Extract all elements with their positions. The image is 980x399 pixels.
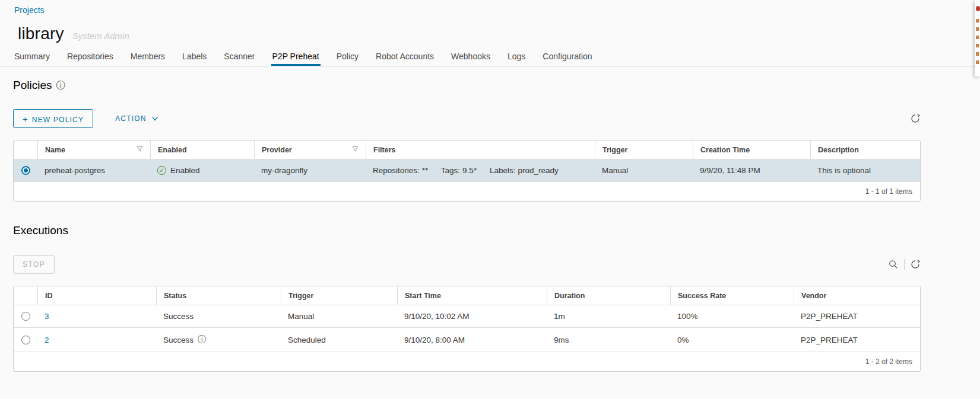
execution-trigger: Scheduled xyxy=(281,329,397,351)
execution-trigger: Manual xyxy=(281,305,397,327)
tab-summary[interactable]: Summary xyxy=(13,49,51,66)
execution-id-link[interactable]: 2 xyxy=(45,336,49,344)
tab-logs[interactable]: Logs xyxy=(506,49,527,66)
policy-enabled-label: Enabled xyxy=(170,166,200,175)
policies-section-title: Policies ⓘ xyxy=(13,79,921,92)
filters-labels-label: Labels: xyxy=(490,166,516,175)
execution-vendor: P2P_PREHEAT xyxy=(794,305,920,327)
execution-id-link[interactable]: 3 xyxy=(45,312,49,321)
execution-start-time: 9/10/20, 10:02 AM xyxy=(397,305,547,327)
plus-icon: + xyxy=(23,114,28,124)
tab-policy[interactable]: Policy xyxy=(335,49,360,66)
tab-configuration[interactable]: Configuration xyxy=(541,49,593,66)
policies-title-text: Policies xyxy=(13,79,52,92)
execution-duration: 9ms xyxy=(547,329,670,351)
policies-col-enabled: Enabled xyxy=(150,141,254,159)
executions-title-text: Executions xyxy=(13,224,68,237)
execution-duration: 1m xyxy=(547,305,670,327)
execution-success-rate: 0% xyxy=(670,329,794,351)
policy-trigger: Manual xyxy=(595,159,693,181)
edge-red-dot xyxy=(976,6,980,11)
breadcrumb: Projects xyxy=(13,0,921,15)
execution-start-time: 9/10/20, 8:00 AM xyxy=(397,329,547,351)
chevron-down-icon xyxy=(151,115,159,122)
execution-success-rate: 100% xyxy=(670,305,794,327)
execution-table-row[interactable]: 2 Success ⓘ Scheduled 9/10/20, 8:00 AM 9… xyxy=(14,327,920,352)
policies-table-header: Name Enabled Provider Filters Trigger Cr… xyxy=(14,141,920,159)
execution-vendor: P2P_PREHEAT xyxy=(794,329,920,351)
filters-repositories-value: ** xyxy=(422,166,429,175)
info-icon[interactable]: ⓘ xyxy=(56,79,65,92)
tab-webhooks[interactable]: Webhooks xyxy=(450,49,491,66)
enabled-check-icon: ✓ xyxy=(157,166,166,175)
execution-row-radio[interactable] xyxy=(21,336,30,344)
policies-pagination: 1 - 1 of 1 items xyxy=(14,181,920,201)
project-header: library System Admin xyxy=(18,24,921,43)
policies-col-trigger: Trigger xyxy=(595,141,693,159)
tab-p2p-preheat[interactable]: P2P Preheat xyxy=(271,49,321,66)
exec-col-status: Status xyxy=(156,286,281,305)
filter-icon[interactable] xyxy=(137,146,143,154)
filters-repositories-label: Repositories: xyxy=(373,166,420,175)
policy-creation-time: 9/9/20, 11:48 PM xyxy=(693,159,810,181)
policies-col-filters: Filters xyxy=(366,141,595,159)
executions-toolbar: STOP xyxy=(13,255,921,274)
stop-button[interactable]: STOP xyxy=(13,255,55,274)
page-content: Projects library System Admin Summary Re… xyxy=(13,0,921,372)
exec-col-start-time: Start Time xyxy=(397,286,547,305)
exec-col-vendor: Vendor xyxy=(794,286,920,305)
executions-pagination: 1 - 2 of 2 items xyxy=(14,352,920,371)
page-title: library xyxy=(18,24,64,43)
project-tabbar: Summary Repositories Members Labels Scan… xyxy=(0,49,980,66)
execution-status: Success xyxy=(156,305,281,327)
exec-col-trigger: Trigger xyxy=(281,286,397,305)
filter-icon[interactable] xyxy=(352,146,359,154)
executions-table: ID Status Trigger Start Time Duration Su… xyxy=(13,286,921,372)
filters-tags-value: 9.5* xyxy=(462,166,477,175)
refresh-icon[interactable] xyxy=(910,259,921,270)
tab-scanner[interactable]: Scanner xyxy=(223,49,256,66)
right-edge-overlay xyxy=(975,0,980,76)
breadcrumb-projects-link[interactable]: Projects xyxy=(14,5,45,15)
info-icon[interactable]: ⓘ xyxy=(198,334,206,345)
policies-col-provider: Provider xyxy=(254,141,366,159)
policies-col-description: Description xyxy=(810,141,920,159)
policy-provider: my-dragonfly xyxy=(254,159,366,181)
tab-robot-accounts[interactable]: Robot Accounts xyxy=(375,49,435,66)
execution-status: Success ⓘ xyxy=(156,328,281,352)
refresh-icon[interactable] xyxy=(910,113,921,124)
filters-tags-label: Tags: xyxy=(441,166,460,175)
execution-table-row[interactable]: 3 Success Manual 9/10/20, 10:02 AM 1m 10… xyxy=(14,305,920,327)
search-icon[interactable] xyxy=(888,259,899,270)
policy-description: This is optional xyxy=(810,159,920,181)
executions-table-header: ID Status Trigger Start Time Duration Su… xyxy=(14,286,920,305)
tab-members[interactable]: Members xyxy=(129,49,166,66)
policy-filters: Repositories:** Tags:9.5* Labels:prod_re… xyxy=(366,159,595,181)
exec-col-id: ID xyxy=(37,286,156,305)
action-dropdown-button[interactable]: ACTION xyxy=(106,109,168,128)
policies-col-creation-time: Creation Time xyxy=(693,141,810,159)
policies-toolbar: +NEW POLICY ACTION xyxy=(13,109,921,128)
policy-name: preheat-postgres xyxy=(37,159,150,181)
policy-enabled-cell: ✓ Enabled xyxy=(150,159,254,181)
policies-table: Name Enabled Provider Filters Trigger Cr… xyxy=(13,140,921,202)
execution-row-radio[interactable] xyxy=(21,312,30,321)
policies-col-name: Name xyxy=(37,141,150,159)
policy-row-radio[interactable] xyxy=(21,166,30,175)
toolbar-divider xyxy=(904,259,905,270)
executions-section-title: Executions xyxy=(13,224,921,237)
tab-repositories[interactable]: Repositories xyxy=(66,49,115,66)
policy-table-row[interactable]: preheat-postgres ✓ Enabled my-dragonfly … xyxy=(14,159,920,181)
filters-labels-value: prod_ready xyxy=(518,166,558,175)
new-policy-button[interactable]: +NEW POLICY xyxy=(13,109,93,128)
exec-col-duration: Duration xyxy=(547,286,670,305)
tab-labels[interactable]: Labels xyxy=(181,49,208,66)
role-badge: System Admin xyxy=(72,31,129,41)
exec-col-success-rate: Success Rate xyxy=(670,286,794,305)
